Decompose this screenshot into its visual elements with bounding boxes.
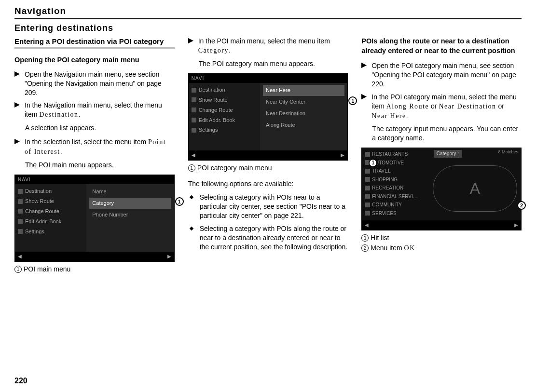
gear-icon bbox=[18, 229, 23, 234]
diamond-bullet-icon bbox=[189, 227, 193, 230]
text: or bbox=[496, 102, 504, 110]
ss-footer: ◀▶ bbox=[362, 220, 521, 230]
step-text: Open the Navigation main menu, see secti… bbox=[25, 70, 175, 97]
hit-item: SERVICES bbox=[372, 210, 396, 217]
callout-1: 1 bbox=[348, 96, 357, 105]
screenshot-poi-main: NAVI Destination Show Route Change Route… bbox=[14, 175, 175, 262]
play-icon bbox=[361, 94, 367, 121]
category-icon bbox=[365, 152, 370, 157]
step-text: In the POI category main menu, select th… bbox=[371, 93, 522, 121]
ss-header: NAVI bbox=[15, 175, 174, 185]
circled-1-icon: 1 bbox=[361, 234, 369, 242]
step-item: In the Navigation main menu, select the … bbox=[14, 101, 175, 120]
text: In the selection list, select the menu i… bbox=[25, 138, 148, 146]
step-item: In the selection list, select the menu i… bbox=[14, 137, 175, 157]
menu-label: Destination bbox=[199, 86, 225, 94]
letter-a: A bbox=[470, 178, 480, 199]
category-label: Category : bbox=[434, 150, 462, 158]
letter-wheel: A bbox=[433, 165, 517, 212]
circled-1-icon: 1 bbox=[14, 266, 22, 273]
ss-right-menu: Near Here Near City Center 1 Near Destin… bbox=[260, 83, 347, 150]
bullet-list: Selecting a category with POIs near to a… bbox=[188, 193, 348, 251]
text: . bbox=[406, 112, 408, 120]
ss-right-menu: Name Category 1 Phone Number bbox=[86, 184, 174, 252]
play-icon bbox=[14, 71, 20, 97]
option: Name bbox=[89, 186, 171, 197]
callout-1: 1 bbox=[369, 159, 377, 167]
flag-icon bbox=[192, 88, 196, 93]
bullet-text: Selecting a category with POIs near to a… bbox=[200, 193, 348, 220]
step-item: In the POI main menu, select the menu it… bbox=[188, 37, 348, 55]
menu-term: Near Here bbox=[371, 112, 406, 120]
result-text: The POI main menu appears. bbox=[25, 161, 175, 170]
paragraph: The following options are available: bbox=[188, 179, 348, 189]
flag-icon bbox=[18, 189, 23, 194]
play-icon bbox=[361, 63, 367, 89]
menu-term: Near Destination bbox=[439, 103, 496, 110]
step-item: Open the Navigation main menu, see secti… bbox=[14, 70, 175, 97]
chapter-title: Navigation bbox=[14, 5, 522, 17]
text: . bbox=[229, 46, 231, 54]
hit-item: TRAVEL bbox=[372, 168, 390, 175]
category-icon bbox=[365, 186, 370, 190]
step-item: In the POI category main menu, select th… bbox=[361, 93, 522, 121]
category-icon bbox=[365, 177, 370, 182]
step-text: In the POI main menu, select the menu it… bbox=[198, 37, 348, 55]
step-list: In the POI main menu, select the menu it… bbox=[188, 37, 348, 55]
svg-marker-0 bbox=[14, 71, 20, 77]
input-wheel: Category : A 2 bbox=[429, 148, 521, 220]
text: . bbox=[78, 110, 80, 118]
book-icon bbox=[192, 118, 196, 122]
screenshot-poi-category: NAVI Destination Show Route Change Route… bbox=[188, 73, 348, 161]
menu-label: Show Route bbox=[25, 198, 54, 205]
step-text: In the Navigation main menu, select the … bbox=[25, 101, 175, 120]
circled-1-icon: 1 bbox=[188, 164, 195, 172]
result-text: A selection list appears. bbox=[25, 123, 175, 133]
callout-1: 1 bbox=[175, 197, 184, 206]
caption: 1POI main menu bbox=[14, 265, 175, 274]
subheading: Opening the POI category main menu bbox=[14, 55, 175, 65]
menu-label: Destination bbox=[25, 188, 52, 195]
caption: 1Hit list bbox=[361, 233, 522, 243]
menu-term: OK bbox=[404, 244, 415, 252]
option: Phone Number bbox=[89, 209, 171, 220]
menu-label: Settings bbox=[199, 126, 218, 134]
menu-label: Settings bbox=[25, 228, 44, 235]
gear-icon bbox=[192, 128, 196, 133]
menu-label: Change Route bbox=[25, 208, 59, 215]
option-highlighted: Category 1 bbox=[89, 198, 171, 209]
column-3: POIs along the route or near to a destin… bbox=[361, 37, 522, 281]
ss-header: NAVI bbox=[189, 74, 348, 83]
option: Along Route bbox=[263, 120, 344, 131]
divider bbox=[14, 18, 522, 19]
text: In the POI main menu, select the menu it… bbox=[198, 37, 330, 45]
ss-footer: ◀▶ bbox=[15, 252, 174, 261]
svg-marker-5 bbox=[361, 94, 367, 99]
ss-left-menu: Destination Show Route Change Route Edit… bbox=[189, 83, 260, 150]
hit-item: SHOPPING bbox=[372, 176, 398, 183]
column-2: In the POI main menu, select the menu it… bbox=[188, 37, 348, 281]
play-icon bbox=[14, 102, 20, 120]
result-text: The category input menu appears. You can… bbox=[372, 124, 522, 143]
option: Near Destination bbox=[263, 108, 344, 119]
circled-2-icon: 2 bbox=[361, 244, 369, 252]
book-icon bbox=[18, 219, 23, 224]
subheading: POIs along the route or near to a destin… bbox=[361, 37, 522, 55]
callout-2: 2 bbox=[517, 201, 526, 210]
content-columns: Entering a POI destination via POI categ… bbox=[14, 37, 522, 281]
menu-label: Show Route bbox=[199, 96, 228, 104]
bullet-item: Selecting a category with POIs along the… bbox=[188, 224, 348, 252]
step-text: In the selection list, select the menu i… bbox=[25, 137, 175, 157]
menu-label: Edit Addr. Book bbox=[199, 117, 235, 124]
menu-label: Change Route bbox=[199, 107, 233, 114]
column-1: Entering a POI destination via POI categ… bbox=[14, 37, 175, 281]
bullet-text: Selecting a category with POIs along the… bbox=[200, 224, 348, 252]
ss-left-menu: Destination Show Route Change Route Edit… bbox=[15, 184, 86, 252]
category-icon bbox=[365, 211, 370, 216]
diamond-bullet-icon bbox=[189, 195, 193, 199]
text: or bbox=[429, 102, 439, 110]
menu-label: Edit Addr. Book bbox=[25, 218, 61, 225]
step-list: Open the Navigation main menu, see secti… bbox=[14, 70, 175, 120]
hit-item: RECREATION bbox=[372, 185, 403, 191]
svg-marker-1 bbox=[14, 102, 20, 108]
